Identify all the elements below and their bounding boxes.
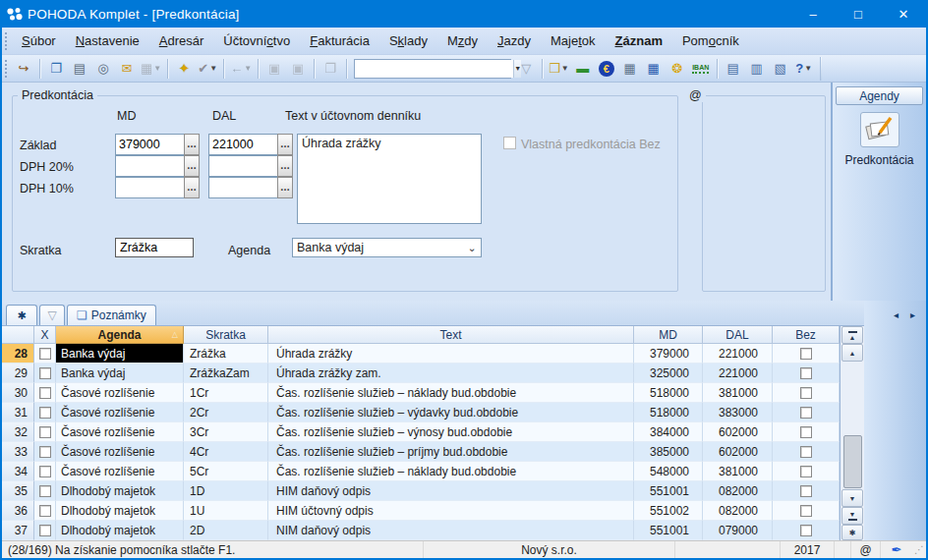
bez-checkbox[interactable] xyxy=(800,505,812,517)
menu-majetok[interactable]: Majetok xyxy=(541,28,606,54)
row-checkbox[interactable] xyxy=(39,446,51,458)
tab-new-record[interactable]: ✱ xyxy=(6,305,37,325)
filter-icon[interactable]: ▽ xyxy=(514,58,538,80)
status-email-panel[interactable]: @ xyxy=(850,541,880,558)
new-record-icon[interactable]: ✦ xyxy=(172,58,196,80)
euro-icon[interactable]: € xyxy=(595,58,618,80)
table-row[interactable]: 32Časové rozlíšenie3CrČas. rozlíšenie sl… xyxy=(2,422,840,442)
table-row[interactable]: 30Časové rozlíšenie1CrČas. rozlíšenie sl… xyxy=(2,383,840,403)
zaklad-dal-lookup-button[interactable]: … xyxy=(277,134,293,155)
open-agenda-icon[interactable]: ❐ xyxy=(44,58,68,80)
row-checkbox[interactable] xyxy=(39,348,51,360)
menu-fakturacia[interactable]: Fakturácia xyxy=(300,28,379,54)
column-header-MD[interactable]: MD xyxy=(634,326,703,344)
row-checkbox[interactable] xyxy=(39,525,51,536)
coins-icon[interactable]: ❂ xyxy=(666,58,689,80)
split-view-icon[interactable]: ▧ xyxy=(769,58,792,80)
records-folder-icon[interactable]: ❒▼ xyxy=(547,58,571,80)
accounting-calculator-icon[interactable]: ▦ xyxy=(642,58,666,80)
iban-icon[interactable]: IBAN xyxy=(689,58,713,80)
bez-checkbox[interactable] xyxy=(800,367,812,379)
table-view-icon[interactable]: ▥ xyxy=(745,58,769,80)
mail-icon[interactable]: ✉ xyxy=(115,58,139,80)
row-checkbox[interactable] xyxy=(39,426,51,438)
maximize-button[interactable]: □ xyxy=(836,0,881,28)
form-view-icon[interactable]: ▤ xyxy=(722,58,745,80)
zaklad-dal-field[interactable] xyxy=(208,134,277,155)
dph10-md-field[interactable] xyxy=(115,177,184,198)
resize-grip[interactable]: ⋰ xyxy=(912,541,926,558)
search-combobox[interactable]: ▼ xyxy=(354,59,511,79)
scroll-first-button[interactable]: ▲ xyxy=(841,326,863,344)
menu-adresar[interactable]: Adresár xyxy=(149,28,214,54)
calculator-icon[interactable]: ▦ xyxy=(618,58,642,80)
column-header-Text[interactable]: Text xyxy=(268,326,634,344)
table-row[interactable]: 33Časové rozlíšenie4CrČas. rozlíšenie sl… xyxy=(2,442,840,462)
bez-checkbox[interactable] xyxy=(800,387,812,399)
column-header-X[interactable]: X xyxy=(34,326,56,344)
table-row[interactable]: 31Časové rozlíšenie2CrČas. rozlíšenie sl… xyxy=(2,403,840,422)
tab-scroll-right-button[interactable]: ▸ xyxy=(905,308,920,322)
status-year[interactable]: 2017 xyxy=(780,541,834,558)
print-icon[interactable]: ▤ xyxy=(68,58,91,80)
table-scrollbar[interactable]: ▲ ▲ ▼ ▼ ✱ xyxy=(840,326,864,540)
table-row[interactable]: 35Dlhodobý majetok1DHIM daňový odpis5510… xyxy=(2,481,840,501)
scroll-down-button[interactable]: ▼ xyxy=(841,489,863,507)
menu-uctovnictvo[interactable]: Účtovníctvo xyxy=(213,28,300,54)
context-help-icon-dropdown[interactable]: ▼ xyxy=(804,64,812,73)
search-input[interactable] xyxy=(355,60,513,78)
row-checkbox[interactable] xyxy=(39,505,51,517)
bez-checkbox[interactable] xyxy=(800,525,812,536)
sidebar-item-predkontacia[interactable] xyxy=(860,112,899,147)
cash-icon[interactable]: ▬ xyxy=(571,58,595,80)
tab-scroll-left-button[interactable]: ◂ xyxy=(889,308,903,322)
zaklad-md-lookup-button[interactable]: … xyxy=(184,134,200,155)
context-help-icon[interactable]: ?▼ xyxy=(792,58,816,80)
tab-poznamky[interactable]: ❏ Poznámky xyxy=(67,305,156,325)
agendy-header[interactable]: Agendy xyxy=(836,86,923,105)
menubar-grip[interactable] xyxy=(5,32,12,50)
table-row[interactable]: 36Dlhodobý majetok1UHIM účtovný odpis551… xyxy=(2,501,840,521)
exit-icon[interactable]: ↪ xyxy=(12,58,35,80)
menu-subor[interactable]: Súbor xyxy=(12,28,66,54)
table-row[interactable]: 28Banka výdajZrážkaÚhrada zrážky37900022… xyxy=(2,344,840,364)
row-checkbox[interactable] xyxy=(39,466,51,477)
column-header-Bez[interactable]: Bez xyxy=(773,326,840,344)
scroll-last-button[interactable]: ▼ xyxy=(841,507,863,525)
save-record-icon[interactable]: ✔▼ xyxy=(196,58,219,80)
print-preview-icon[interactable]: ◎ xyxy=(91,58,115,80)
table-row[interactable]: 29Banka výdajZrážkaZamÚhrada zrážky zam.… xyxy=(2,364,840,383)
back-icon-dropdown[interactable]: ▼ xyxy=(244,64,252,73)
scrollbar-thumb[interactable] xyxy=(843,435,862,488)
skratka-field[interactable] xyxy=(115,238,194,257)
row-checkbox[interactable] xyxy=(39,407,51,419)
menu-sklady[interactable]: Sklady xyxy=(379,28,437,54)
column-header-Skratka[interactable]: Skratka xyxy=(184,326,268,344)
fm-export-icon-dropdown[interactable]: ▼ xyxy=(153,64,161,73)
agenda-dropdown[interactable]: Banka výdaj ⌄ xyxy=(292,238,482,257)
column-header-DAL[interactable]: DAL xyxy=(703,326,773,344)
bez-checkbox[interactable] xyxy=(800,348,812,360)
row-checkbox[interactable] xyxy=(39,485,51,497)
zaklad-md-field[interactable] xyxy=(115,134,184,155)
row-checkbox[interactable] xyxy=(39,367,51,379)
save-record-icon-dropdown[interactable]: ▼ xyxy=(209,64,217,73)
column-header-rownum[interactable] xyxy=(2,326,34,344)
scroll-new-record-button[interactable]: ✱ xyxy=(841,525,863,540)
bez-checkbox[interactable] xyxy=(800,407,812,419)
dph20-md-lookup-button[interactable]: … xyxy=(184,155,200,177)
close-button[interactable]: ✕ xyxy=(881,0,926,28)
column-header-Agenda[interactable]: Agenda△ xyxy=(56,326,184,344)
records-folder-icon-dropdown[interactable]: ▼ xyxy=(561,64,569,73)
minimize-button[interactable]: – xyxy=(790,0,836,28)
dph10-md-lookup-button[interactable]: … xyxy=(184,177,200,198)
tab-filter[interactable]: ▽ xyxy=(39,305,65,325)
dph10-dal-lookup-button[interactable]: … xyxy=(277,177,293,198)
toolbar-grip[interactable] xyxy=(5,60,12,78)
menu-jazdy[interactable]: Jazdy xyxy=(488,28,541,54)
row-checkbox[interactable] xyxy=(39,387,51,399)
dph20-dal-lookup-button[interactable]: … xyxy=(277,155,293,177)
menu-pomocnik[interactable]: Pomocník xyxy=(672,28,749,54)
table-row[interactable]: 37Dlhodobý majetok2DNIM daňový odpis5510… xyxy=(2,521,840,540)
bez-checkbox[interactable] xyxy=(800,446,812,458)
